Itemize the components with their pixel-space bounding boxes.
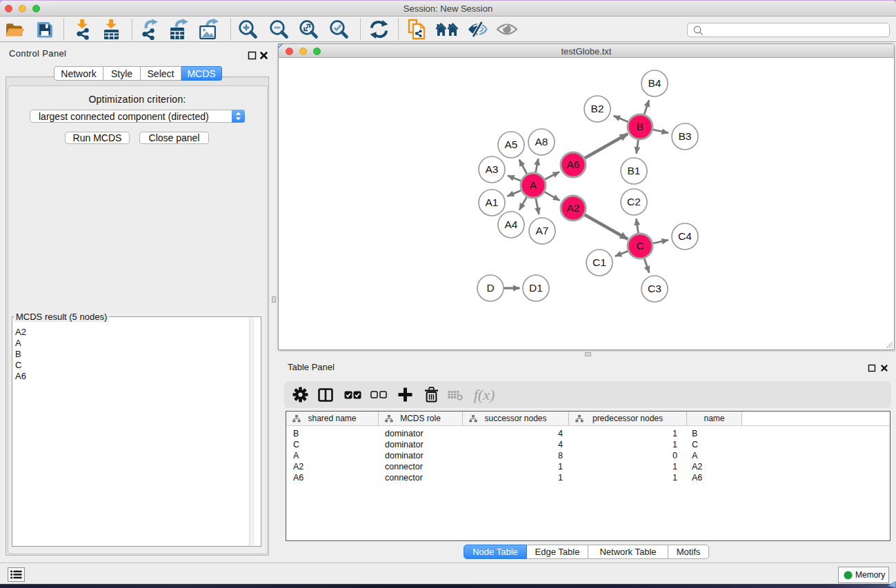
- svg-text:A: A: [530, 179, 537, 191]
- svg-text:C1: C1: [593, 256, 606, 268]
- svg-text:C4: C4: [678, 230, 692, 242]
- svg-text:B3: B3: [679, 130, 692, 142]
- svg-text:C2: C2: [627, 196, 641, 207]
- svg-text:A4: A4: [505, 219, 518, 230]
- svg-text:A3: A3: [486, 163, 499, 175]
- svg-text:A5: A5: [505, 139, 518, 150]
- svg-text:A6: A6: [567, 159, 580, 170]
- svg-text:A7: A7: [536, 225, 549, 236]
- svg-text:A1: A1: [486, 196, 499, 208]
- svg-text:C: C: [636, 240, 644, 252]
- svg-text:B2: B2: [591, 103, 604, 114]
- svg-text:D: D: [486, 282, 494, 294]
- svg-text:B4: B4: [648, 77, 661, 89]
- svg-text:A8: A8: [535, 136, 548, 148]
- svg-text:B: B: [637, 121, 644, 132]
- svg-text:C3: C3: [648, 283, 661, 294]
- svg-text:A2: A2: [567, 202, 580, 214]
- svg-text:D1: D1: [529, 282, 543, 294]
- svg-text:B1: B1: [628, 165, 641, 176]
